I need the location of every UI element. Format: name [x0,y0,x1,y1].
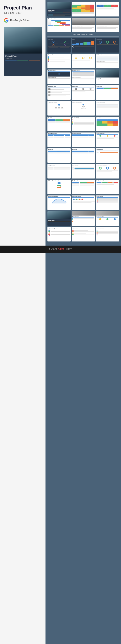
google-badge-text: For Google Slides [10,19,30,22]
slide-photo-1: Write Your Headline Here [72,18,95,32]
slide-project-summary-2: Project Summary [96,211,119,226]
slide-wireframe-screen: Wireframe Screen Write Your Headline Her… [72,70,95,84]
product-title: Project Plan [4,5,42,11]
right-panel: Project Plan Subtitle Here [46,0,121,244]
avaxgfx-watermark: AVAXGFX.NET [0,246,121,253]
slide-action-plan-2: Action Plan [72,148,95,163]
slide-achievements: Achievements [96,38,119,52]
slide-photo-2: Write Your Headline Here [96,18,119,32]
slides-row-11: Hourly Schedule Daily Schedule [48,164,119,178]
slides-row-1: Project Plan Subtitle Here [48,2,119,16]
divider [48,36,119,36]
slides-row-2: Plan Implementation [48,18,119,32]
google-badge: For Google Slides [4,18,42,23]
slide-history: History [72,38,95,52]
slide-org-2: Project Team Structure [72,101,95,116]
slides-row-13: Project Lifecycle Phases Critical Path M… [48,196,119,210]
slide-plan-impl-2: Plan Implementation [96,180,119,194]
slide-cost-estimate: Project Cost Estimate [96,101,119,116]
brand-text: AVAXGFX.NET [49,248,72,251]
slide-what-we-do: What We Do [48,38,71,52]
slide-timeline: Project Timeline [96,196,119,210]
slide-daily-schedule: Daily Schedule [72,164,95,178]
slide-work-schedule: Work Schedule [96,148,119,163]
slides-row-10: Action Plan Action Plan [48,148,119,163]
slide-project-team-2: Project Team [72,85,95,100]
slide-hourly-schedule: Hourly Schedule [48,164,71,178]
brand-suffix: .NET [64,248,72,251]
slides-row-6: Management Team [48,85,119,100]
slide-cover-3: Project Plan [48,211,71,226]
slide-wireframe-service: Wireframe Service Write Your Headline He… [96,54,119,68]
slides-row-9: Project Risk Tracking [48,132,119,147]
slide-price-table: Price Table [48,117,71,131]
brand-name: AVAX [49,248,58,251]
slide-critical-path: Critical Path Method [72,196,95,210]
slide-action-plan-1: Action Plan [48,148,71,163]
slide-management-team: Management Team [48,85,71,100]
slide-project-issues: Project Issues [72,227,95,242]
slides-row-8: Price Table [48,117,119,131]
slide-communication-plan: Communication Plan [72,132,95,147]
slides-row-3: What We Do [48,38,119,52]
main-preview: Project Plan Subtitle Here [4,27,42,76]
slide-project-team-3: Project Team [96,85,119,100]
left-panel: Project Plan A4 + US Letter For Google S… [0,0,46,253]
slide-status-dash-2: Project Status Dashboard [96,164,119,178]
slide-health-card: Project Health Card [96,132,119,147]
google-icon [4,18,9,23]
slide-planning-process: Project Planning Process [48,227,71,242]
brand-highlight: GFX [58,248,64,251]
slide-project-plan-photo: Project Plan [96,70,119,84]
slide-cover: Project Plan Subtitle Here [48,2,71,16]
slide-project-summary-1: Project Summary [72,211,95,226]
slide-wireframe-sample: Wireframe Sample Write Your Headline Her… [48,70,71,84]
slides-row-14: Project Plan Project Summary [48,211,119,226]
lifecycle-chart [48,198,70,204]
slide-plan-impl: Plan Implementation [48,18,71,32]
slides-row-4: Strategic Goals [48,54,119,68]
slides-row-5: Wireframe Sample Write Your Headline Her… [48,70,119,84]
slide-project-objectives: Project Objectives [96,227,119,242]
slide-strategic: Strategic Goals [48,54,71,68]
slide-fishbone: Fishbone/Cycle Flowchart [48,180,71,194]
slides-row-15: Project Planning Process [48,227,119,242]
slide-risk-tracking: Project Risk Tracking [48,132,71,147]
slide-risk-items-matrix: Project Risk Items [96,117,119,131]
slides-row-7: Project Team Structure [48,101,119,116]
slide-risk-matrix: Project Risk Matrix [72,2,95,16]
slide-status-dashboard: Project Status Dashboard 72% 3% 5% [96,2,119,16]
slide-lifecycle: Project Lifecycle Phases [48,196,71,210]
product-subtitle: A4 + US Letter [4,12,42,14]
slide-possible-risks: Possible Risk Types [72,117,95,131]
slide-awards: Awards [72,54,95,68]
footer-bar: AVAXGFX.NET [0,246,121,253]
additional-slides-label: Additional Slides [48,34,119,35]
slide-org-1: Project Team Structure [48,101,71,116]
slide-plan-evaluation: Plan Evaluation [72,180,95,194]
slides-row-12: Fishbone/Cycle Flowchart [48,180,119,194]
